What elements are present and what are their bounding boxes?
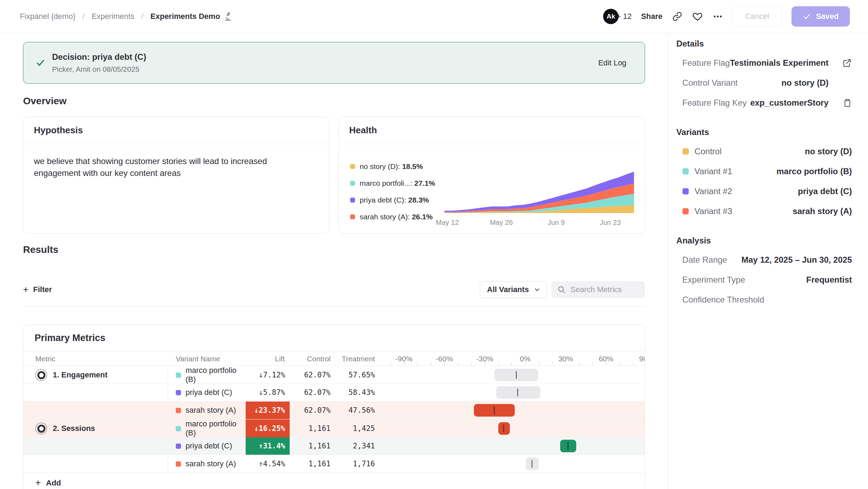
ci-marker	[531, 460, 533, 468]
confidence-interval-cell	[380, 455, 645, 473]
more-menu-button[interactable]	[713, 11, 723, 22]
results-heading: Results	[23, 244, 645, 255]
axis-tick	[633, 362, 634, 366]
breadcrumb: Fixpanel {demo} / Experiments / Experime…	[20, 12, 232, 21]
metrics-table-body: 1. Engagementmarco portfolio (B)↓7.12%62…	[23, 366, 645, 473]
breadcrumb-separator: /	[82, 12, 85, 21]
variant-name-value: no story (D)	[805, 147, 852, 156]
x-axis-tick	[501, 214, 502, 217]
lift-value: ↑4.54%	[246, 455, 290, 473]
table-row[interactable]: sarah story (A)↑4.54%1,1611,716	[23, 455, 645, 473]
legend-item: no story (D): 18.5%	[350, 158, 442, 175]
metric-cell: 2. Sessions	[23, 419, 168, 438]
ci-marker	[516, 371, 517, 379]
metrics-search[interactable]	[551, 281, 645, 298]
variant-label: sarah story (A)	[186, 459, 236, 468]
saved-button[interactable]: Saved	[791, 6, 850, 27]
share-button[interactable]: Share	[641, 12, 663, 21]
variant-swatch	[176, 408, 181, 413]
variant-swatch	[176, 373, 181, 378]
col-variant: Variant Name	[168, 355, 246, 363]
table-row[interactable]: 2. Sessionsmarco portfolio (B)↓16.25%1,1…	[23, 419, 645, 437]
table-row[interactable]: priya debt (C)↑31.4%1,1612,341	[23, 437, 645, 455]
legend-swatch	[350, 198, 355, 203]
collaborators-count[interactable]: + 12	[616, 12, 631, 21]
axis-tick	[444, 362, 445, 366]
table-row[interactable]: 1. Engagementmarco portfolio (B)↓7.12%62…	[23, 366, 645, 384]
breadcrumb-current[interactable]: Experiments Demo	[151, 12, 232, 21]
decision-title: Decision: priya debt (C)	[52, 52, 146, 62]
sidebar-variant-row: Variant #2priya debt (C)	[677, 181, 858, 201]
treatment-value: 47.56%	[331, 402, 380, 419]
edit-log-button[interactable]: Edit Log	[598, 58, 627, 68]
axis-tick	[417, 362, 418, 366]
confidence-interval-cell	[380, 402, 645, 419]
add-metric-button[interactable]: + Add	[23, 473, 645, 489]
control-value: 62.07%	[290, 384, 331, 401]
detail-value: no story (D)	[781, 78, 829, 88]
legend-label: sarah story (A): 26.1%	[360, 213, 433, 221]
plus-icon: +	[35, 478, 41, 488]
variants-dropdown[interactable]: All Variants	[480, 281, 547, 298]
x-axis-tick	[556, 214, 557, 217]
clipboard-icon[interactable]	[843, 98, 852, 108]
details-heading: Details	[677, 38, 858, 49]
breadcrumb-project[interactable]: Fixpanel {demo}	[20, 12, 75, 21]
variant-cell: priya debt (C)	[168, 384, 246, 401]
external-link-icon-slot	[834, 58, 852, 68]
search-input[interactable]	[571, 285, 637, 294]
axis-tick	[471, 362, 472, 366]
chevron-down-icon	[534, 286, 541, 293]
detail-value: exp_customerStory	[750, 98, 829, 108]
details-sidebar: Details Feature FlagTestimonials Experim…	[668, 33, 868, 489]
lift-axis: -90%-60%-30%0%30%60%90%	[380, 352, 645, 366]
legend-label: marco portfoli...: 27.1%	[360, 179, 435, 187]
variant-name-value: marco portfolio (B)	[776, 166, 852, 176]
page-title: Experiments Demo	[151, 12, 220, 21]
variant-cell: sarah story (A)	[168, 402, 246, 419]
axis-tick	[404, 362, 404, 366]
x-axis-label: Jun 9	[548, 219, 565, 227]
control-value: 62.07%	[290, 402, 331, 419]
overview-heading: Overview	[23, 95, 645, 107]
add-filter-button[interactable]: + Filter	[23, 285, 52, 295]
lift-value: ↓5.87%	[246, 384, 290, 401]
breadcrumb-separator: /	[141, 12, 143, 21]
table-row[interactable]: priya debt (C)↓5.87%62.07%58.43%	[23, 384, 645, 402]
heart-icon	[692, 11, 703, 22]
detail-label: Feature Flag	[682, 58, 730, 68]
axis-tick	[512, 362, 512, 366]
divider	[23, 306, 645, 306]
variants-heading: Variants	[677, 127, 858, 138]
variant-swatch	[682, 168, 689, 175]
breadcrumb-experiments[interactable]: Experiments	[92, 12, 134, 21]
cancel-button[interactable]: Cancel	[732, 6, 782, 27]
analysis-label: Date Range	[682, 255, 727, 265]
control-value: 62.07%	[290, 366, 331, 384]
variant-label: priya debt (C)	[186, 388, 232, 397]
axis-tick	[620, 362, 620, 366]
hypothesis-title: Hypothesis	[23, 117, 329, 144]
favorite-button[interactable]	[692, 11, 703, 22]
variant-cell: priya debt (C)	[168, 437, 246, 455]
variant-swatch	[682, 148, 689, 155]
ci-marker	[503, 425, 504, 432]
filter-label: Filter	[33, 285, 52, 294]
sidebar-analysis-row: Experiment TypeFrequentist	[677, 270, 858, 290]
variant-swatch	[176, 390, 181, 395]
treatment-value: 2,341	[331, 437, 380, 455]
microscope-icon	[224, 12, 232, 21]
detail-label: Control Variant	[682, 78, 738, 88]
external-link-icon[interactable]	[842, 58, 852, 68]
table-row[interactable]: sarah story (A)↓23.37%62.07%47.56%	[23, 402, 645, 419]
sidebar-variant-row: Variant #3sarah story (A)	[677, 201, 858, 221]
copy-link-button[interactable]	[672, 11, 682, 22]
clipboard-icon-slot	[834, 98, 852, 108]
variant-slot-label: Control	[695, 147, 722, 156]
hypothesis-body: we believe that showing customer stories…	[23, 144, 329, 179]
variant-cell: marco portfolio (B)	[168, 366, 246, 384]
col-control: Control	[290, 355, 331, 363]
variant-slot-label: Variant #3	[695, 206, 732, 216]
metric-cell	[23, 384, 168, 401]
sidebar-detail-row: Control Variantno story (D)	[677, 73, 858, 93]
